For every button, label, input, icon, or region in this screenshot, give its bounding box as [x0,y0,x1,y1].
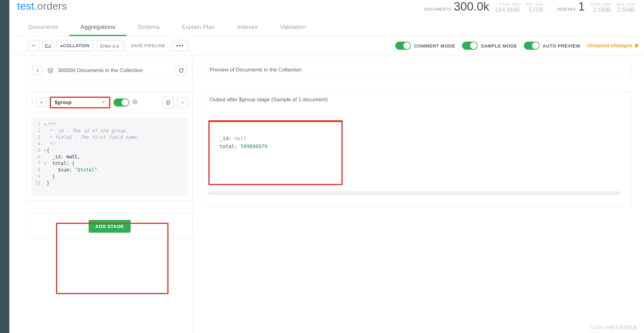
avg-size-value: 575B [529,6,543,13]
pipeline-toolbar: ▸ COLLATION SAVE PIPELINE ••• COMMENT MO… [9,36,644,55]
code-l9: } [47,173,55,180]
idx-avg-label: AVG. SIZE [617,2,635,6]
chevron-down-icon [32,44,35,47]
tab-indexes[interactable]: Indexes [226,19,269,36]
sample-mode-label: SAMPLE MODE [481,43,517,48]
code-l7: total: { [47,160,75,167]
left-nav-strip [0,0,9,333]
documents-stat-value: 300.0k [454,0,489,13]
tab-explain-plan[interactable]: Explain Plan [171,19,226,36]
collation-input[interactable] [97,40,124,51]
unsaved-dot-icon [635,44,638,48]
caret-down-icon [102,101,105,104]
code-l5: { [47,147,49,154]
output-card: Output after $group stage (Sample of 1 d… [202,91,632,208]
result-id-key: _id [220,135,229,141]
watermark-text: CSDN @橙子的随笔集 [591,325,638,331]
total-size-value: 164.6MB [495,6,520,13]
stage-operator-select[interactable]: $group [50,97,110,108]
chevron-down-icon [39,101,43,104]
add-stage-after-button[interactable]: + [177,97,188,108]
add-stage-card: ADD STAGE [26,213,193,239]
idx-total-label: TOTAL SIZE [591,2,611,6]
folder-open-icon [45,43,51,48]
layers-icon [47,68,53,73]
documents-summary-card: 300000 Documents in the Collection [26,61,193,80]
total-size-label: TOTAL SIZE [499,2,520,6]
stage-enabled-toggle[interactable] [114,98,129,107]
comment-mode-label: COMMENT MODE [414,43,455,48]
refresh-button[interactable] [176,66,187,75]
indexes-stat-value: 1 [578,0,585,13]
stage-editor[interactable]: 1▾/** 2 * _id - The id of the group. 3 *… [32,117,188,196]
more-options-button[interactable]: ••• [172,40,188,51]
side-collapsed-tab[interactable] [0,115,9,140]
tab-schema[interactable]: Schema [127,19,171,36]
svg-text:i: i [134,100,135,104]
code-l3: * field1 - The first field name. [47,134,139,141]
result-total-key: total [220,144,234,149]
delete-stage-button[interactable] [163,97,174,108]
drag-handle-icon[interactable]: ⦙⦙ [31,99,33,106]
save-pipeline-button[interactable]: SAVE PIPELINE [127,40,169,51]
code-l10: } [47,180,49,186]
output-title: Output after $group stage (Sample of 1 d… [203,92,631,108]
database-name: test [17,0,34,12]
open-folder-button[interactable] [42,40,53,51]
code-l1: /** [47,121,55,128]
code-l6: _id: [47,154,66,160]
collapse-stage-button[interactable] [36,98,47,107]
collection-name: .orders [34,0,67,12]
trash-icon [166,100,170,105]
tab-documents[interactable]: Documents [17,19,69,36]
stat-separator [550,1,550,13]
unsaved-changes-indicator: Unsaved changes [587,43,638,49]
idx-avg-value: 2.6MB [617,6,635,13]
stage-card: ⦙⦙ $group i [26,93,193,201]
expand-documents-button[interactable] [32,66,43,75]
comment-mode-toggle[interactable] [395,42,411,50]
collection-tabs: Documents Aggregations Schema Explain Pl… [17,19,638,36]
code-l8-string: "$total" [75,167,97,173]
avg-size-label: AVG. SIZE [525,2,543,6]
info-icon[interactable]: i [132,99,138,106]
unsaved-changes-text: Unsaved changes [587,43,632,49]
stage-operator-value: $group [55,100,72,105]
chevron-right-icon [36,69,39,72]
code-l6-null: null [66,154,77,160]
code-l6-comma: , [77,154,80,160]
auto-preview-label: AUTO PREVIEW [543,43,581,48]
result-id-val: null [234,135,247,141]
tab-validation[interactable]: Validation [269,19,317,36]
result-document: _id: null total: 599890979 [208,120,343,185]
documents-count-text: 300000 Documents in the Collection [58,67,171,74]
collation-button[interactable]: ▸ COLLATION [57,40,94,51]
preview-title: Preview of Documents in the Collection [203,61,631,79]
preview-card: Preview of Documents in the Collection [202,61,632,79]
horizontal-scrollbar[interactable] [208,191,620,195]
result-total-val: 599890979 [240,144,267,149]
code-l2: * _id - The id of the group. [47,128,128,134]
tab-aggregations[interactable]: Aggregations [69,19,127,36]
add-stage-button[interactable]: ADD STAGE [89,220,131,233]
indexes-stat-label: INDEXES [557,7,576,11]
expand-dropdown-button[interactable] [28,40,39,51]
code-l8: $sum: [47,167,75,173]
sample-mode-toggle[interactable] [462,42,478,50]
idx-total-value: 2.6MB [593,6,611,13]
collation-button-label: COLLATION [63,43,90,48]
code-l4: */ [47,141,55,147]
auto-preview-toggle[interactable] [524,42,540,50]
documents-stat-label: DOCUMENTS [424,7,451,11]
refresh-icon [179,68,184,73]
